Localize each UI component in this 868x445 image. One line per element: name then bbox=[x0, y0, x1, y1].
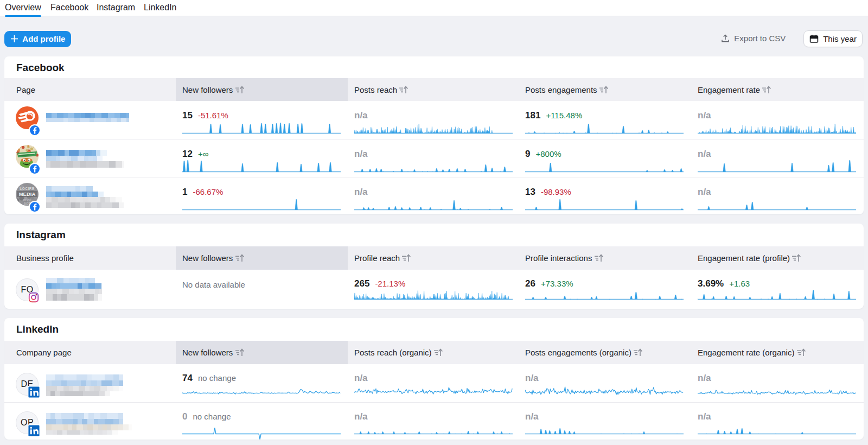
svg-text:LOCIRE: LOCIRE bbox=[20, 187, 35, 190]
svg-text:MEDIA: MEDIA bbox=[19, 191, 36, 197]
